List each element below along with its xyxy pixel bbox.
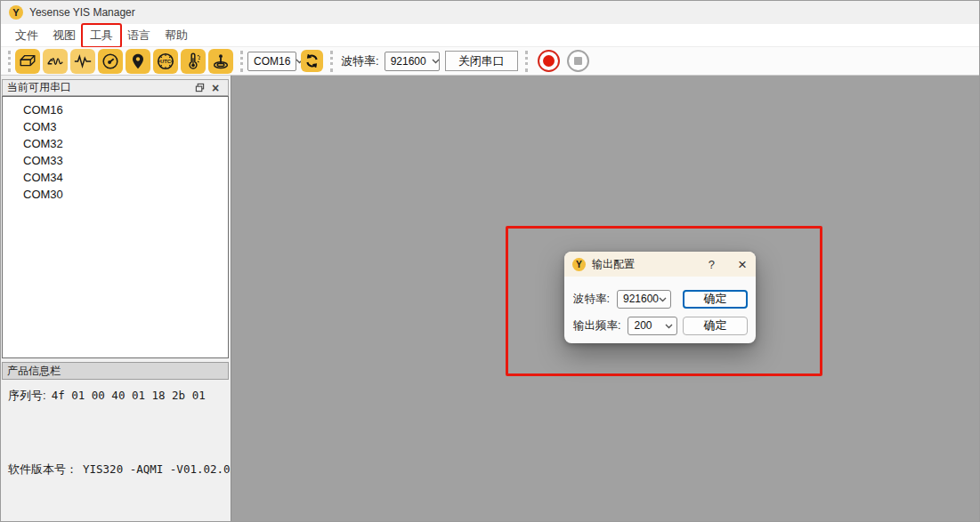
baud-rate-select[interactable]: 921600 (385, 52, 440, 71)
gauge-icon (101, 52, 120, 71)
left-dock: 当前可用串口 × COM16 COM3 COM32 COM33 COM34 CO… (1, 76, 231, 522)
gauge-button[interactable] (98, 49, 123, 74)
toolbar: UTC COM16 波特率: 921600 关闭串口 (1, 47, 979, 76)
float-panel-icon[interactable] (191, 81, 207, 94)
dialog-baud-select[interactable]: 921600 (617, 290, 671, 309)
attitude-3d-button[interactable] (15, 49, 40, 74)
close-serial-port-button[interactable]: 关闭串口 (445, 51, 518, 71)
menu-view[interactable]: 视图 (47, 25, 81, 46)
window-title: Yesense YIS Manager (29, 6, 135, 19)
menu-tools[interactable]: 工具 (85, 25, 118, 46)
toolbar-grip[interactable] (8, 51, 11, 72)
dialog-output-rate-select[interactable]: 200 (628, 317, 677, 335)
stop-button[interactable] (567, 50, 589, 72)
dialog-title: 输出配置 (592, 257, 709, 272)
dialog-titlebar[interactable]: Y 输出配置 ? × (564, 252, 756, 277)
dialog-baud-label: 波特率: (573, 292, 610, 307)
angle-waveform-icon (45, 52, 65, 71)
dialog-body: 波特率: 921600 确定 输出频率: 200 确定 (564, 277, 756, 335)
port-list-item[interactable]: COM16 (3, 101, 228, 118)
ports-panel-header: 当前可用串口 × (2, 79, 229, 96)
svg-text:Y: Y (12, 7, 20, 18)
app-logo-icon: Y (572, 258, 586, 271)
menu-file[interactable]: 文件 (10, 25, 44, 46)
baud-rate-label: 波特率: (341, 53, 379, 69)
chevron-down-icon (665, 319, 673, 332)
utc-time-button[interactable]: UTC (153, 49, 178, 74)
pulse-waveform-icon (73, 52, 93, 71)
toolbar-grip[interactable] (240, 51, 243, 72)
port-list-item[interactable]: COM3 (3, 118, 228, 135)
ports-panel-title: 当前可用串口 (7, 80, 71, 95)
cube-icon (18, 52, 37, 71)
location-button[interactable] (126, 49, 150, 74)
pulse-waveform-button[interactable] (70, 49, 95, 74)
port-select[interactable]: COM16 (247, 52, 296, 71)
software-version-value: YIS320 -AQMI -V01.02.03; (83, 462, 244, 476)
serial-number-line: 序列号:4f 01 00 40 01 18 2b 01 (8, 388, 206, 404)
svg-text:Y: Y (576, 260, 582, 269)
refresh-ports-icon (304, 52, 320, 69)
chevron-down-icon (432, 59, 440, 64)
app-window: Y Yesense YIS Manager 文件 视图 工具 语言 帮助 UTC (0, 0, 980, 522)
menu-language[interactable]: 语言 (122, 25, 156, 46)
menu-help[interactable]: 帮助 (159, 25, 193, 46)
location-pin-icon (129, 52, 147, 70)
stop-icon (574, 57, 582, 65)
chevron-down-icon (659, 293, 667, 305)
dialog-help-button[interactable]: ? (709, 258, 715, 271)
svg-text:UTC: UTC (160, 59, 172, 64)
record-button[interactable] (538, 50, 560, 72)
ports-list: COM16 COM3 COM32 COM33 COM34 COM30 (2, 96, 229, 358)
dialog-close-icon[interactable]: × (738, 257, 747, 272)
confirm-output-rate-button[interactable]: 确定 (683, 317, 748, 335)
close-panel-icon[interactable]: × (207, 81, 223, 94)
software-version-line: 软件版本号：YIS320 -AQMI -V01.02.03; (8, 462, 244, 478)
baud-rate-row: 波特率: 921600 确定 (573, 289, 748, 309)
port-list-item[interactable]: COM32 (3, 135, 228, 152)
confirm-baud-button[interactable]: 确定 (683, 290, 748, 309)
app-logo-icon: Y (9, 5, 23, 20)
output-rate-row: 输出频率: 200 确定 (573, 316, 748, 335)
output-config-dialog: Y 输出配置 ? × 波特率: 921600 确定 输出频率: 200 (564, 252, 756, 343)
port-list-item[interactable]: COM34 (3, 169, 228, 186)
serial-number-label: 序列号: (8, 389, 46, 402)
port-list-item[interactable]: COM33 (3, 152, 228, 169)
menubar: 文件 视图 工具 语言 帮助 (1, 24, 979, 47)
angle-waveform-button[interactable] (43, 49, 68, 74)
titlebar: Y Yesense YIS Manager (1, 1, 979, 24)
info-panel-header: 产品信息栏 (2, 362, 229, 380)
pressure-button[interactable] (208, 49, 233, 74)
toolbar-grip[interactable] (525, 51, 528, 72)
serial-number-value: 4f 01 00 40 01 18 2b 01 (52, 389, 206, 402)
dialog-output-rate-label: 输出频率: (573, 318, 620, 333)
toolbar-grip[interactable] (330, 51, 333, 72)
thermometer-icon (183, 52, 203, 71)
record-icon (543, 55, 555, 67)
info-panel-title: 产品信息栏 (7, 364, 61, 379)
utc-clock-icon: UTC (156, 52, 175, 71)
software-version-label: 软件版本号： (8, 462, 77, 476)
port-list-item[interactable]: COM30 (3, 186, 228, 203)
pressure-icon (211, 52, 231, 71)
temperature-button[interactable] (181, 49, 206, 74)
refresh-ports-button[interactable] (301, 50, 323, 72)
